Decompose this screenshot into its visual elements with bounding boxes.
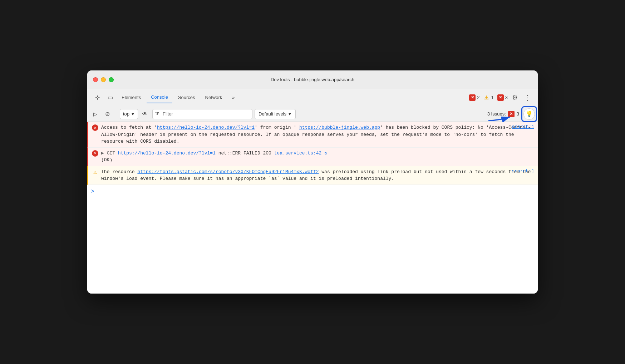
warning-icon-1: ⚠ [92,169,98,175]
tab-console[interactable]: Console [147,92,172,103]
context-selector[interactable]: top ▼ [120,109,138,119]
cors-error-url1[interactable]: https://hello-io-24.deno.dev/?lvl=1 [157,125,255,130]
warning-icon: ⚠ [483,94,490,101]
minimize-button[interactable] [101,77,106,82]
title-bar: DevTools - bubble-jingle.web.app/search [87,70,538,89]
warning-badge: ⚠ 1 [483,94,494,101]
levels-dropdown-icon: ▼ [288,112,292,116]
error-icon: ✕ [469,94,476,101]
preload-source[interactable]: search:1 [512,168,534,174]
tab-network[interactable]: Network [201,92,227,103]
cors-error-source[interactable]: search:1 [512,124,534,129]
console-error-icon: ✕ [508,111,515,117]
divider [116,110,116,118]
issues-text: 3 Issues: [487,111,506,117]
error-icon-2: ✕ [92,150,98,157]
issue-badges: ✕ 2 ⚠ 1 ✕ 3 [469,94,508,101]
traffic-lights [93,77,114,82]
console-toolbar: ▷ ⊘ top ▼ 👁 ⧩ Default levels ▼ 3 Issues:… [87,106,538,122]
window-title: DevTools - bubble-jingle.web.app/search [271,77,354,82]
close-button[interactable] [93,77,98,82]
get-error-text: ▶ GET https://hello-io-24.deno.dev/?lvl=… [101,150,534,164]
settings-icon[interactable]: ⚙ [509,92,521,103]
sidebar-toggle-icon[interactable]: ▷ [90,109,100,119]
get-reload-icon: ↻ [324,151,327,156]
issues-badge: ✕ 3 [497,94,508,101]
get-status: net::ERR_FAILED 200 [216,151,274,156]
lightbulb-button[interactable]: 💡 [523,108,535,120]
filter-wrapper: ⧩ [152,109,252,119]
clear-console-icon[interactable]: ⊘ [102,109,112,119]
error-badge: ✕ 2 [469,94,479,101]
issues-label-area: 3 Issues: ✕ 3 [484,110,522,118]
console-toolbar-right: 3 Issues: ✕ 3 💡 [484,108,535,120]
error-icon-1: ✕ [92,124,98,131]
eye-icon[interactable]: 👁 [140,109,150,119]
main-toolbar: ⊹ ▭ Elements Console Sources Network » ✕… [87,89,538,106]
console-prompt: > [87,185,538,198]
prompt-arrow: > [91,188,94,195]
default-levels-label: Default levels [259,111,286,117]
device-toolbar-icon[interactable]: ▭ [104,92,116,103]
console-content: ✕ Access to fetch at 'https://hello-io-2… [87,122,538,294]
tab-sources[interactable]: Sources [174,92,200,103]
warning-count: 1 [491,95,494,100]
cors-error-url2[interactable]: https://bubble-jingle.web.app [299,125,380,130]
filter-input[interactable] [152,109,252,119]
context-dropdown-icon: ▼ [131,112,135,116]
issues-error-icon: ✕ [497,94,504,101]
console-issues-count: 3 [517,111,519,117]
log-entry-get-error: ✕ ▶ GET https://hello-io-24.deno.dev/?lv… [87,148,538,166]
issues-count: 3 [505,95,508,100]
tab-elements[interactable]: Elements [117,92,145,103]
log-entry-cors-error: ✕ Access to fetch at 'https://hello-io-2… [87,122,538,148]
error-count: 2 [477,95,479,100]
get-source[interactable]: tea.service.ts:42 [274,151,322,156]
console-input[interactable] [97,189,534,194]
preload-warning-text: The resource https://fonts.gstatic.com/s… [101,168,534,182]
get-ok-text: (OK) [101,157,112,163]
preload-url[interactable]: https://fonts.gstatic.com/s/roboto/v30/K… [137,169,319,174]
get-prefix: ▶ GET [101,151,118,156]
maximize-button[interactable] [109,77,114,82]
get-url[interactable]: https://hello-io-24.deno.dev/?lvl=1 [118,151,216,156]
cors-error-text: Access to fetch at 'https://hello-io-24.… [101,124,534,145]
devtools-window: DevTools - bubble-jingle.web.app/search … [87,70,538,294]
default-levels-button[interactable]: Default levels ▼ [255,109,296,119]
select-element-icon[interactable]: ⊹ [92,92,103,103]
log-entry-preload-warning: ⚠ The resource https://fonts.gstatic.com… [87,166,538,185]
context-label: top [123,111,129,117]
more-tabs-button[interactable]: » [228,92,239,103]
lightbulb-area: 💡 [523,108,535,120]
more-options-icon[interactable]: ⋮ [522,92,533,103]
